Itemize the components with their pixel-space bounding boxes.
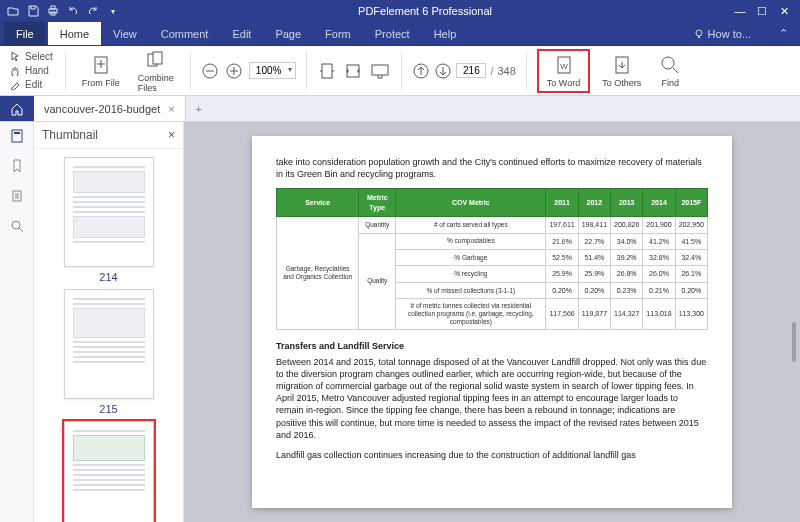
- menu-help[interactable]: Help: [422, 22, 469, 45]
- to-others-icon: [611, 54, 633, 76]
- svg-point-21: [12, 221, 20, 229]
- from-file-icon: [90, 54, 112, 76]
- qat-open-icon[interactable]: [6, 4, 20, 18]
- thumbnail-list[interactable]: 214 215 216: [34, 149, 183, 522]
- tabstrip: vancouver-2016-budget × +: [0, 96, 800, 122]
- maximize-button[interactable]: ☐: [752, 5, 772, 18]
- page-total: 348: [497, 65, 515, 77]
- from-file-button[interactable]: From File: [76, 52, 126, 90]
- qat-redo-icon[interactable]: [86, 4, 100, 18]
- to-others-label: To Others: [602, 78, 641, 88]
- svg-point-3: [696, 30, 702, 36]
- prev-page-button[interactable]: [412, 62, 430, 80]
- qat-undo-icon[interactable]: [66, 4, 80, 18]
- attachments-icon[interactable]: [9, 188, 25, 204]
- to-word-button[interactable]: W To Word: [541, 52, 586, 90]
- thumbnail-number: 215: [64, 403, 154, 415]
- qat-save-icon[interactable]: [26, 4, 40, 18]
- scrollbar-thumb[interactable]: [792, 322, 796, 362]
- close-tab-icon[interactable]: ×: [168, 103, 174, 115]
- qat-more-icon[interactable]: ▾: [106, 4, 120, 18]
- close-button[interactable]: ✕: [774, 5, 794, 18]
- svg-rect-9: [322, 64, 332, 78]
- body-para-1: Between 2014 and 2015, total tonnage dis…: [276, 356, 708, 441]
- svg-rect-19: [14, 132, 20, 134]
- to-word-icon: W: [553, 54, 575, 76]
- app-title: PDFelement 6 Professional: [120, 5, 730, 17]
- menu-comment[interactable]: Comment: [149, 22, 221, 45]
- to-word-label: To Word: [547, 78, 580, 88]
- to-word-highlight: W To Word: [537, 49, 590, 93]
- page-content: take into consideration population growt…: [252, 136, 732, 508]
- bulb-icon: [694, 29, 704, 39]
- search-icon[interactable]: [9, 218, 25, 234]
- titlebar: ▾ PDFelement 6 Professional — ☐ ✕: [0, 0, 800, 22]
- hand-label: Hand: [25, 65, 49, 76]
- select-label: Select: [25, 51, 53, 62]
- bookmarks-icon[interactable]: [9, 158, 25, 174]
- edit-label: Edit: [25, 79, 42, 90]
- qat-print-icon[interactable]: [46, 4, 60, 18]
- combine-files-button[interactable]: Combine Files: [132, 47, 180, 95]
- collapse-ribbon-icon[interactable]: ⌃: [771, 22, 796, 45]
- howto-label: How to...: [708, 28, 751, 40]
- document-tab[interactable]: vancouver-2016-budget ×: [34, 96, 186, 121]
- document-tab-label: vancouver-2016-budget: [44, 103, 160, 115]
- thumbnail-number: 214: [64, 271, 154, 283]
- select-tool[interactable]: Select: [8, 50, 55, 63]
- menu-page[interactable]: Page: [263, 22, 313, 45]
- workarea: Thumbnail × 214 215 216 take into consid…: [0, 122, 800, 522]
- home-tab-icon[interactable]: [0, 96, 34, 121]
- zoom-out-button[interactable]: [201, 62, 219, 80]
- screen-mode-button[interactable]: [369, 61, 391, 81]
- from-file-label: From File: [82, 78, 120, 88]
- find-label: Find: [661, 78, 679, 88]
- menu-protect[interactable]: Protect: [363, 22, 422, 45]
- menu-home[interactable]: Home: [48, 22, 101, 45]
- hand-tool[interactable]: Hand: [8, 64, 55, 77]
- metrics-table: ServiceMetric TypeCOV Metric201120122013…: [276, 188, 708, 329]
- menu-form[interactable]: Form: [313, 22, 363, 45]
- svg-rect-1: [51, 6, 55, 9]
- to-others-button[interactable]: To Others: [596, 52, 647, 90]
- zoom-level[interactable]: 100%: [249, 62, 297, 79]
- menu-edit[interactable]: Edit: [220, 22, 263, 45]
- add-tab-button[interactable]: +: [186, 96, 212, 121]
- thumbnail-item[interactable]: 215: [64, 289, 154, 415]
- svg-rect-18: [12, 130, 22, 142]
- close-thumbnail-icon[interactable]: ×: [168, 128, 175, 142]
- svg-rect-11: [372, 65, 388, 75]
- menu-file[interactable]: File: [4, 22, 46, 45]
- combine-files-label: Combine Files: [138, 73, 174, 93]
- howto-link[interactable]: How to...: [694, 22, 771, 45]
- edit-tool[interactable]: Edit: [8, 78, 55, 91]
- menubar: File Home View Comment Edit Page Form Pr…: [0, 22, 800, 46]
- find-button[interactable]: Find: [653, 52, 687, 90]
- svg-point-17: [662, 57, 674, 69]
- ribbon: Select Hand Edit From File Combine Files…: [0, 46, 800, 96]
- page-number-input[interactable]: [456, 63, 486, 78]
- zoom-in-button[interactable]: [225, 62, 243, 80]
- thumbnail-item[interactable]: 216: [64, 421, 154, 522]
- section-heading: Transfers and Landfill Service: [276, 340, 708, 352]
- svg-rect-6: [153, 52, 162, 64]
- page-slash: /: [490, 65, 493, 77]
- svg-text:W: W: [560, 62, 568, 71]
- find-icon: [659, 54, 681, 76]
- fit-width-button[interactable]: [343, 61, 363, 81]
- body-para-2: Landfill gas collection continues increa…: [276, 449, 708, 461]
- minimize-button[interactable]: —: [730, 5, 750, 18]
- thumbnail-panel: Thumbnail × 214 215 216: [34, 122, 184, 522]
- next-page-button[interactable]: [434, 62, 452, 80]
- menu-view[interactable]: View: [101, 22, 149, 45]
- thumbnails-icon[interactable]: [9, 128, 25, 144]
- page-canvas[interactable]: take into consideration population growt…: [184, 122, 800, 522]
- combine-files-icon: [145, 49, 167, 71]
- thumbnail-title: Thumbnail: [42, 128, 98, 142]
- fit-page-button[interactable]: [317, 61, 337, 81]
- intro-text: take into consideration population growt…: [276, 156, 708, 180]
- thumbnail-item[interactable]: 214: [64, 157, 154, 283]
- sidetools: [0, 122, 34, 522]
